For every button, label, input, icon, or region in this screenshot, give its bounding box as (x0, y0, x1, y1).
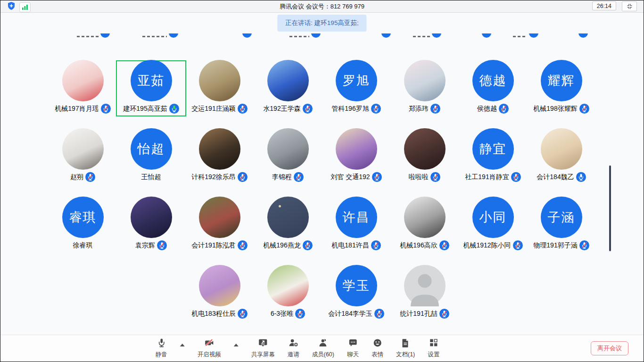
mic-muted-icon[interactable] (303, 240, 313, 250)
participant-tile[interactable]: 机械196燕龙 (254, 197, 322, 250)
invite-icon (288, 337, 298, 350)
mic-muted-icon[interactable] (238, 240, 248, 250)
participant-tile[interactable]: 机械197肖月瑶 (49, 60, 117, 114)
mic-muted-icon[interactable] (157, 240, 167, 250)
participant-tile[interactable]: 怡超王怡超 (117, 128, 185, 182)
settings-icon (429, 337, 439, 350)
grid-row: 睿琪徐睿琪袁宗辉会计191陈泓君机械196燕龙许昌机电181许昌机械196高欣小… (49, 197, 595, 265)
mic-muted-icon[interactable] (294, 172, 304, 182)
mic-options-caret[interactable] (180, 344, 185, 346)
participant-tile[interactable]: 郑添玮 (390, 60, 459, 114)
avatar-photo (541, 128, 582, 170)
toolbar-label: 静音 (156, 351, 167, 359)
participant-name: 机械197肖月瑶 (55, 105, 99, 113)
camera-off-icon (204, 337, 215, 350)
participant-tile[interactable]: 机械196高欣 (390, 197, 459, 250)
participant-tile[interactable]: 啦啦啦 (390, 128, 459, 182)
avatar-photo (336, 128, 377, 170)
chat-icon (347, 337, 358, 350)
participant-tile[interactable]: 计科192徐乐昂 (185, 128, 254, 182)
participant-tile[interactable]: 会计184魏乙 (527, 128, 595, 182)
window-title: 腾讯会议 会议号：812 769 979 (0, 0, 644, 12)
mic-muted-icon[interactable] (295, 309, 305, 319)
avatar-initials: 怡超 (131, 128, 172, 170)
participant-label: 袁宗辉 (135, 240, 167, 250)
mic-muted-icon[interactable] (85, 172, 95, 182)
mic-muted-icon[interactable] (579, 104, 589, 114)
participant-label: 水192王学森 (263, 104, 312, 114)
mic-muted-icon[interactable] (372, 172, 382, 182)
grid-row: 机电183程仕辰6-3张唯学玉会计184李学玉统计191孔喆 (49, 265, 595, 333)
scrollbar-thumb[interactable] (609, 165, 611, 251)
mic-muted-icon[interactable] (371, 240, 381, 250)
toolbar-screen-share-button[interactable]: 共享屏幕 (251, 337, 275, 359)
mic-muted-icon[interactable] (238, 309, 248, 319)
toolbar-label: 表情 (372, 351, 383, 359)
toolbar-chat-button[interactable]: 聊天 (347, 337, 359, 359)
participant-tile[interactable]: 静宜社工191肖静宜 (459, 128, 527, 182)
participant-tile[interactable]: 亚茹建环195高亚茹 (117, 60, 185, 114)
participant-label: 王怡超 (141, 172, 161, 182)
participant-tile[interactable]: 袁宗辉 (117, 197, 185, 250)
mic-muted-icon[interactable] (101, 104, 111, 114)
participant-name: 计科192徐乐昂 (191, 173, 235, 181)
participant-tile[interactable]: 耀辉机械198张耀辉 (527, 60, 595, 114)
camera-off-options-caret[interactable] (234, 344, 239, 346)
participant-tile[interactable]: 会计191陈泓君 (185, 197, 254, 250)
participant-tile[interactable]: 交运191庄涵颖 (185, 60, 254, 114)
participant-tile[interactable]: 睿琪徐睿琪 (49, 197, 117, 250)
participant-tile[interactable]: 李锦程 (254, 128, 322, 182)
participant-tile[interactable]: 6-3张唯 (254, 265, 322, 319)
participant-tile[interactable]: 统计191孔喆 (390, 265, 459, 319)
avatar-initials: 罗旭 (336, 60, 377, 101)
participant-label: 交运191庄涵颖 (191, 104, 247, 114)
toolbar-doc-button[interactable]: 文档(1) (396, 337, 415, 359)
leave-meeting-button[interactable]: 离开会议 (591, 341, 628, 355)
avatar-initials: 子涵 (541, 197, 582, 238)
mic-muted-icon[interactable] (430, 172, 440, 182)
cutoff-name-fragment (413, 36, 430, 37)
participant-tile[interactable]: 许昌机电181许昌 (322, 197, 390, 250)
mic-muted-icon[interactable] (238, 172, 248, 182)
participant-label: 会计184李学玉 (328, 309, 384, 319)
cutoff-name-fragment (513, 36, 527, 37)
mic-muted-icon[interactable] (374, 309, 384, 319)
mic-on-icon[interactable] (576, 172, 586, 182)
mic-muted-icon[interactable] (513, 240, 523, 250)
avatar-photo (199, 265, 240, 306)
participant-tile[interactable]: 水192王学森 (254, 60, 322, 114)
toolbar-invite-button[interactable]: 邀请 (288, 337, 299, 359)
participant-tile[interactable]: 罗旭管科196罗旭 (322, 60, 390, 114)
mic-muted-icon[interactable] (579, 240, 589, 250)
participant-tile[interactable]: 刘官 交通192 (322, 128, 390, 182)
exit-fullscreen-button[interactable] (622, 1, 637, 11)
participant-tile[interactable]: 子涵物理191郭子涵 (527, 197, 595, 250)
cutoff-name-fragment (77, 36, 99, 37)
cutoff-mic-arc (381, 33, 391, 38)
mic-muted-icon[interactable] (439, 309, 449, 319)
participant-tile[interactable]: 小同机械1912陈小同 (459, 197, 527, 250)
participant-tile[interactable]: 学玉会计184李学玉 (322, 265, 390, 319)
mic-muted-icon[interactable] (511, 172, 521, 182)
mic-muted-icon[interactable] (499, 104, 509, 114)
toolbar-settings-button[interactable]: 设置 (428, 337, 439, 359)
mic-muted-icon[interactable] (430, 104, 440, 114)
participant-label: 侯德越 (477, 104, 509, 114)
participant-label: 刘官 交通192 (330, 172, 381, 182)
mic-speaking-icon[interactable] (169, 104, 179, 114)
mic-muted-icon[interactable] (238, 104, 248, 114)
toolbar-members-button[interactable]: 成员(60) (312, 337, 334, 359)
participant-tile[interactable]: 机电183程仕辰 (185, 265, 254, 319)
participant-label: 管科196罗旭 (331, 104, 380, 114)
toolbar-emoji-button[interactable]: 表情 (372, 337, 383, 359)
participant-tile[interactable]: 德越侯德越 (459, 60, 527, 114)
participant-name: 6-3张唯 (271, 310, 293, 318)
mic-muted-icon[interactable] (371, 104, 381, 114)
toolbar-camera-off-button[interactable]: 开启视频 (198, 337, 221, 359)
participant-tile[interactable]: 赵朔 (49, 128, 117, 182)
mic-muted-icon[interactable] (303, 104, 313, 114)
mic-muted-icon[interactable] (439, 240, 449, 250)
cutoff-mic-arc (169, 33, 178, 38)
toolbar-mic-button[interactable]: 静音 (156, 337, 167, 359)
participant-name: 物理191郭子涵 (533, 241, 577, 250)
